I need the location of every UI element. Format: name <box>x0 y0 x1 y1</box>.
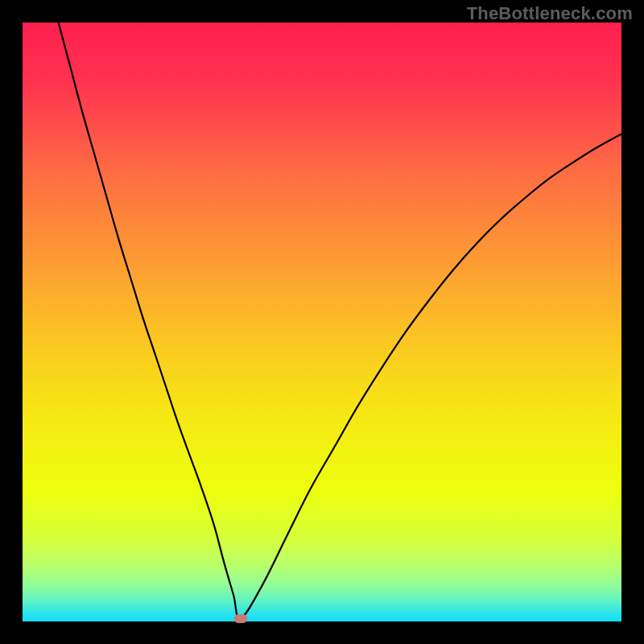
bottleneck-curve <box>23 23 621 621</box>
plot-area <box>23 23 621 621</box>
chart-frame: TheBottleneck.com <box>0 0 644 644</box>
watermark-text: TheBottleneck.com <box>467 3 633 24</box>
optimal-point-marker <box>234 614 247 623</box>
